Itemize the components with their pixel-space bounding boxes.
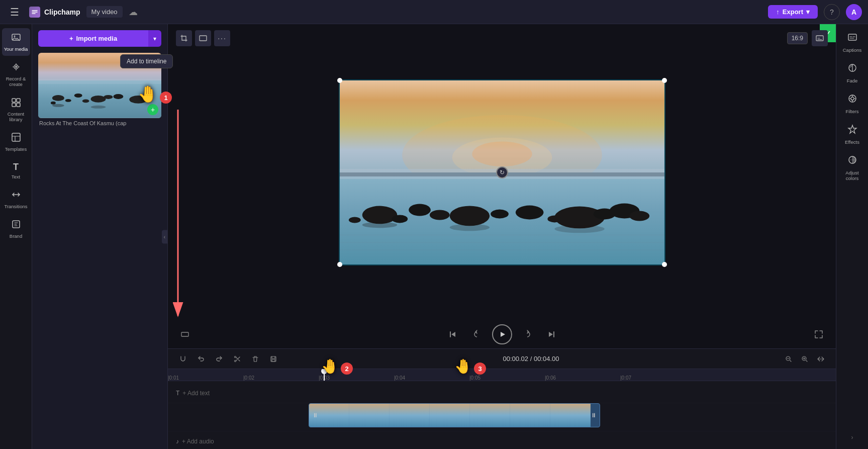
sidebar-item-fade[interactable]: Fade	[838, 59, 866, 87]
sidebar-item-captions[interactable]: Captions	[838, 28, 866, 57]
more-options-tool[interactable]: ···	[214, 30, 230, 46]
timeline-toolbar: 00:00.02 / 00:04.00	[168, 349, 836, 369]
sidebar-item-templates[interactable]: Templates	[2, 128, 30, 156]
main-area: Your media Record & create	[0, 24, 868, 449]
app-logo: Clipchamp	[29, 7, 80, 18]
sidebar-item-effects[interactable]: Effects	[838, 120, 866, 149]
aspect-ratio-badge: 16:9	[787, 32, 808, 44]
import-dropdown-button[interactable]: ▾	[148, 30, 161, 47]
panel-collapse-button[interactable]: ‹	[162, 230, 167, 243]
svg-point-44	[491, 209, 509, 218]
text-track-icon: T	[176, 390, 179, 397]
redo-button[interactable]	[212, 352, 226, 366]
svg-point-4	[15, 66, 17, 68]
cut-tool[interactable]	[230, 352, 244, 366]
add-to-timeline-button[interactable]: +	[147, 104, 158, 115]
sidebar-item-label: Transitions	[4, 204, 27, 209]
video-track-content[interactable]: ⏸	[309, 403, 836, 431]
tooltip-text: Add to timeline	[127, 58, 166, 65]
audio-track-icon: ♪	[176, 438, 179, 445]
video-canvas[interactable]: ↻	[339, 79, 665, 265]
svg-point-19	[145, 95, 152, 99]
save-tool[interactable]	[266, 352, 280, 366]
sidebar-item-label: Templates	[5, 146, 27, 152]
rotate-handle[interactable]: ↻	[496, 166, 508, 178]
sidebar-item-content-library[interactable]: Content library	[2, 93, 30, 126]
film-frames	[309, 404, 600, 427]
zoom-out-button[interactable]	[782, 352, 796, 366]
svg-point-43	[429, 210, 449, 220]
text-track-label: T + Add text	[168, 390, 309, 397]
fullscreen-button[interactable]	[810, 325, 828, 343]
undo-button[interactable]	[194, 352, 208, 366]
filters-icon	[847, 94, 857, 106]
playhead-line	[324, 369, 325, 381]
ruler-mark: |0:05	[469, 375, 480, 381]
sidebar-item-adjust-colors[interactable]: Adjust colors	[838, 151, 866, 185]
export-icon: ↑	[776, 8, 780, 16]
add-audio-button[interactable]: + Add audio	[182, 438, 214, 445]
right-sidebar-collapse[interactable]: ›	[847, 430, 857, 445]
captions-button[interactable]	[812, 30, 828, 46]
media-panel: + Import media ▾	[32, 24, 168, 449]
film-frame	[550, 404, 591, 427]
timeline-area: 00:00.02 / 00:04.00	[168, 348, 836, 449]
playback-controls-row	[168, 320, 836, 348]
mute-button[interactable]	[176, 325, 194, 343]
brand-kit-icon	[11, 219, 21, 232]
sidebar-item-transitions[interactable]: Transitions	[2, 186, 30, 213]
svg-point-24	[52, 104, 64, 107]
svg-rect-9	[12, 133, 20, 141]
media-item[interactable]: + Rocks At The Coast Of Kasmu (cap	[38, 53, 161, 443]
svg-point-14	[52, 95, 64, 101]
sidebar-item-record[interactable]: Record & create	[2, 58, 30, 91]
sidebar-item-label: Brand	[10, 233, 22, 239]
import-label: Import media	[76, 35, 117, 42]
video-clip[interactable]: ⏸	[309, 403, 600, 427]
svg-point-66	[851, 97, 854, 100]
play-button[interactable]	[492, 324, 512, 344]
svg-point-36	[449, 206, 490, 226]
rewind-button[interactable]	[468, 325, 486, 343]
svg-point-48	[449, 224, 490, 231]
handle-br[interactable]	[662, 262, 667, 267]
svg-point-2	[14, 36, 15, 37]
svg-point-22	[51, 102, 56, 105]
crop-tool[interactable]	[176, 30, 192, 46]
svg-point-49	[554, 225, 604, 233]
import-media-button[interactable]: + Import media	[38, 30, 148, 47]
forward-button[interactable]	[518, 325, 536, 343]
skip-back-button[interactable]	[444, 325, 462, 343]
expand-timeline-button[interactable]	[814, 352, 828, 366]
svg-point-58	[235, 356, 236, 357]
aspect-ratio-tool[interactable]	[195, 30, 211, 46]
audio-track-content	[309, 431, 836, 449]
help-button[interactable]: ?	[824, 4, 840, 20]
handle-tr[interactable]	[662, 78, 667, 83]
sidebar-item-label: Record & create	[4, 76, 28, 87]
handle-tl[interactable]	[337, 78, 342, 83]
magnet-tool[interactable]	[176, 352, 190, 366]
audio-track: ♪ + Add audio	[168, 431, 836, 449]
video-title[interactable]: My video	[86, 6, 123, 18]
effects-icon	[847, 124, 857, 137]
handle-bl[interactable]	[337, 262, 342, 267]
sidebar-item-brand-kit[interactable]: Brand	[2, 215, 30, 243]
sidebar-item-text[interactable]: T Text	[2, 158, 30, 184]
user-avatar[interactable]: A	[846, 4, 862, 20]
film-frame	[349, 404, 390, 427]
add-text-button[interactable]: + Add text	[182, 390, 210, 397]
delete-tool[interactable]	[248, 352, 262, 366]
templates-icon	[11, 132, 21, 145]
menu-icon[interactable]: ☰	[6, 2, 23, 22]
export-button[interactable]: ↑ Export ▾	[768, 5, 818, 19]
right-sidebar: Captions Fade Filters	[836, 24, 868, 449]
avatar-initial: A	[851, 8, 856, 16]
svg-point-20	[65, 99, 71, 102]
svg-rect-6	[17, 99, 20, 102]
skip-forward-button[interactable]	[542, 325, 560, 343]
zoom-in-button[interactable]	[798, 352, 812, 366]
playback-buttons	[444, 324, 560, 344]
sidebar-item-filters[interactable]: Filters	[838, 89, 866, 118]
sidebar-item-your-media[interactable]: Your media	[2, 28, 30, 56]
